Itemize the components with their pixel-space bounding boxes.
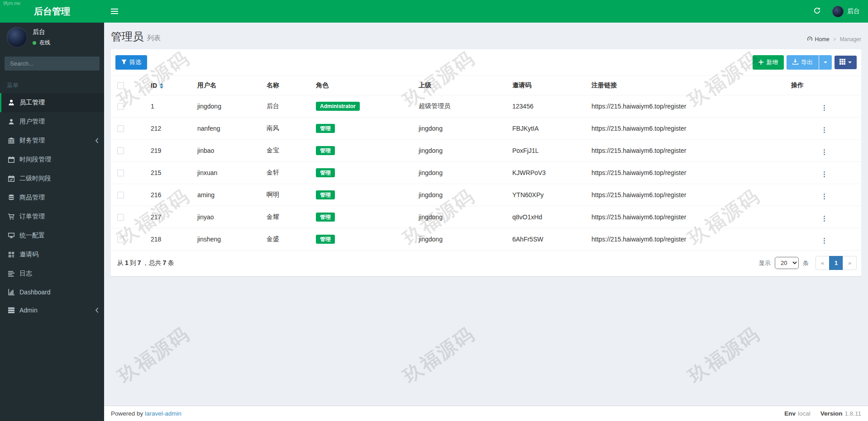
cell-name: 金宝 [263,140,312,162]
sidebar-item-10[interactable]: Dashboard [0,283,104,301]
row-actions-button[interactable] [820,192,829,201]
column-header-parent: 上级 [415,76,509,95]
role-badge: 管理 [316,124,335,133]
chevron-left-icon [95,138,99,143]
row-checkbox[interactable] [117,214,124,221]
row-checkbox[interactable] [117,125,124,132]
sidebar-item-7[interactable]: 统一配置 [0,226,104,245]
cell-parent: jingdong [415,118,509,140]
sidebar-toggle-button[interactable] [104,0,125,23]
column-header-invite-code: 邀请码 [509,76,588,95]
row-actions-button[interactable] [820,237,829,245]
sidebar-item-11[interactable]: Admin [0,301,104,319]
row-actions-button[interactable] [820,148,829,156]
row-checkbox[interactable] [117,147,124,154]
refresh-button[interactable] [811,7,823,16]
sidebar-item-5[interactable]: 商品管理 [0,188,104,207]
cell-id: 215 [147,162,194,184]
sidebar-item-1[interactable]: 用户管理 [0,112,104,131]
column-header-register-link: 注册链接 [588,76,787,95]
chevron-down-icon [848,61,852,63]
calendar-check-icon [7,175,15,182]
brand[interactable]: 后台管理 [0,0,104,23]
table-row: 215 jinxuan 金轩 管理 jingdong KJWRPoV3 http… [111,162,861,184]
export-dropdown-button[interactable] [819,55,832,70]
per-page-suffix-label: 条 [803,259,809,267]
cell-username: jinbao [194,140,263,162]
cell-invite-code: 123456 [509,95,588,118]
sidebar-item-6[interactable]: 订单管理 [0,207,104,226]
cell-invite-code: KJWRPoV3 [509,162,588,184]
qrcode-icon [7,251,15,258]
chevron-down-icon [824,61,827,63]
bar-chart-icon [7,289,15,295]
sidebar-item-4[interactable]: 二级时间段 [0,169,104,188]
cell-username: nanfeng [194,118,263,140]
add-button[interactable]: 新增 [753,55,784,70]
role-badge: 管理 [316,190,335,199]
prev-page-button[interactable]: « [816,256,830,270]
sidebar-search [5,57,100,71]
filter-icon [121,59,127,66]
navbar-user-menu[interactable]: 后台 [832,6,860,17]
filter-button[interactable]: 筛选 [115,55,147,70]
search-input[interactable] [5,57,95,71]
chevron-left-icon [95,307,99,313]
column-selector-button[interactable] [835,56,857,69]
role-badge: Administrator [316,102,360,111]
sidebar-item-3[interactable]: 时间段管理 [0,150,104,169]
column-header-username: 用户名 [194,76,263,95]
row-checkbox[interactable] [117,103,124,110]
cell-parent: jingdong [415,140,509,162]
cell-invite-code: q8vO1xHd [509,206,588,228]
row-actions-button[interactable] [820,170,829,179]
column-header-name: 名称 [263,76,312,95]
table-header-row: ID 用户名 名称 角色 上级 邀请码 注册链接 操作 [111,76,861,95]
sidebar-item-2[interactable]: 财务管理 [0,131,104,150]
cell-name: 金轩 [263,162,312,184]
sidebar-user-status: 在线 [33,39,50,47]
cell-invite-code: 6AhFr5SW [509,228,588,251]
export-button[interactable]: 导出 [787,55,819,70]
sidebar-item-0[interactable]: 员工管理 [0,93,104,112]
table-row: 217 jinyao 金耀 管理 jingdong q8vO1xHd https… [111,206,861,228]
cell-username: jingdong [194,95,263,118]
cell-id: 212 [147,118,194,140]
cell-id: 1 [147,95,194,118]
row-actions-button[interactable] [820,126,829,134]
cell-parent: jingdong [415,228,509,251]
avatar [7,27,27,47]
sidebar-menu: 员工管理 用户管理 财务管理 时间段管理 二级时间段 商品管理 [0,93,104,319]
role-badge: 管理 [316,213,335,222]
cell-register-link: https://215.haiwaiym6.top/register [588,184,787,206]
plus-icon [758,59,763,66]
cell-id: 218 [147,228,194,251]
page-footer: Powered by laravel-admin Envlocal Versio… [104,406,868,421]
pagination: « 1 » [816,256,857,270]
admin-table: ID 用户名 名称 角色 上级 邀请码 注册链接 操作 1 jingdong [111,76,861,251]
row-actions-button[interactable] [820,214,829,223]
laravel-admin-link[interactable]: laravel-admin [145,410,181,417]
page-1-button[interactable]: 1 [829,256,843,270]
row-actions-button[interactable] [820,104,829,112]
desktop-icon [7,232,15,239]
sidebar-item-9[interactable]: 日志 [0,264,104,283]
role-badge: 管理 [316,146,335,155]
cell-username: jinxuan [194,162,263,184]
grid-icon [839,59,845,66]
search-button[interactable] [95,57,100,71]
next-page-button[interactable]: » [843,256,857,270]
sidebar-item-8[interactable]: 邀请码 [0,245,104,264]
per-page-select[interactable]: 20 [775,257,799,269]
breadcrumb-home-link[interactable]: Home [807,36,830,43]
grid-box: 筛选 新增 导出 [111,49,861,276]
row-checkbox[interactable] [117,170,124,176]
cell-parent: jingdong [415,184,509,206]
cell-invite-code: FBJKytIA [509,118,588,140]
cell-name: 金盛 [263,228,312,251]
row-checkbox[interactable] [117,236,124,243]
sort-control[interactable] [160,83,163,89]
select-all-checkbox[interactable] [117,82,124,89]
row-checkbox[interactable] [117,192,124,199]
brand-title: 后台管理 [34,5,70,18]
